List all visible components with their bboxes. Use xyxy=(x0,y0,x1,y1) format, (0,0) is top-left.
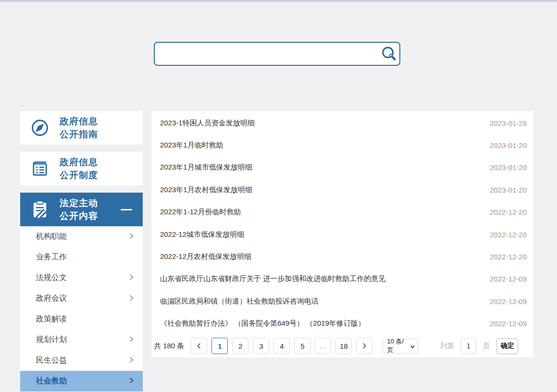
page-button-4[interactable]: 4 xyxy=(273,338,290,354)
sidebar-menu-item-5[interactable]: 规划计划 xyxy=(20,330,143,350)
sidebar-menu-item-0[interactable]: 机构职能 xyxy=(20,226,143,247)
next-page-button[interactable] xyxy=(356,338,372,354)
news-list-item-4[interactable]: 2022年1-12月份临时救助2022-12-20 xyxy=(151,201,533,223)
chevron-right-icon xyxy=(129,356,134,365)
news-date: 2022-12-20 xyxy=(490,208,527,216)
top-accent-bar xyxy=(0,0,557,2)
page-ellipsis: ... xyxy=(315,338,331,354)
sidebar-card-guide[interactable]: 政府信息 公开指南 xyxy=(20,111,143,145)
news-date: 2022-12-20 xyxy=(490,253,527,261)
sidebar-menu-item-4[interactable]: 政策解读 xyxy=(20,309,143,330)
chevron-right-icon xyxy=(129,294,134,303)
goto-page-suffix: 页 xyxy=(483,342,490,351)
sidebar-menu-item-6[interactable]: 民生公益 xyxy=(20,350,143,371)
news-title[interactable]: 2023年1月农村低保发放明细 xyxy=(160,185,480,195)
news-date: 2023-01-28 xyxy=(490,119,527,127)
news-title[interactable]: 2022-12月农村低保发放明细 xyxy=(160,252,480,261)
news-title[interactable]: 临淄区民政局和镇（街道）社会救助投诉咨询电话 xyxy=(160,297,480,306)
menu-item-label: 政策解读 xyxy=(36,314,134,324)
sidebar-menu: 机构职能业务工作法规公文政府会议政策解读规划计划民生公益社会救助 xyxy=(20,226,143,392)
clipboard-pen-icon xyxy=(20,199,60,220)
page-button-3[interactable]: 3 xyxy=(253,338,269,354)
ledger-icon xyxy=(20,158,60,179)
minus-icon[interactable] xyxy=(121,209,132,210)
chevron-right-icon xyxy=(129,233,134,241)
goto-page-prefix: 到第 xyxy=(440,342,454,351)
sidebar: 政府信息 公开指南 政府信息 公开制度 xyxy=(20,111,143,392)
page-size-value: 10 条/页 xyxy=(387,337,409,355)
news-title[interactable]: 2023年1月城市低保发放明细 xyxy=(160,163,480,172)
pagination: 共 180 条 12345...18 10 条/页 到第 页 确定 xyxy=(151,335,533,357)
sidebar-card-rules[interactable]: 政府信息 公开制度 xyxy=(20,152,143,185)
chevron-down-icon xyxy=(410,343,415,351)
news-title[interactable]: 2023年1月临时救助 xyxy=(160,141,480,150)
news-list-item-9[interactable]: 《社会救助暂行办法》 （国务院令第649号） （2019年修订版）2022-12… xyxy=(151,313,533,335)
news-date: 2023-01-20 xyxy=(490,186,527,194)
page-button-1[interactable]: 1 xyxy=(211,338,228,354)
menu-item-label: 机构职能 xyxy=(36,232,129,242)
page-size-select[interactable]: 10 条/页 xyxy=(383,339,418,354)
news-list-item-2[interactable]: 2023年1月城市低保发放明细2023-01-20 xyxy=(151,157,533,179)
news-list-item-7[interactable]: 山东省民政厅山东省财政厅关于 进一步加强和改进临时救助工作的意见2022-12-… xyxy=(151,268,533,290)
sidebar-card-statutory-disclosure[interactable]: 法定主动 公开内容 xyxy=(20,193,143,226)
chevron-right-icon xyxy=(129,377,134,386)
magnifier-icon xyxy=(381,46,397,62)
sidebar-menu-item-2[interactable]: 法规公文 xyxy=(20,268,143,288)
news-list: 2023-1特困人员资金发放明细2023-01-282023年1月临时救助202… xyxy=(151,111,533,335)
sidebar-menu-item-3[interactable]: 政府会议 xyxy=(20,288,143,309)
sidebar-menu-item-1[interactable]: 业务工作 xyxy=(20,247,143,268)
news-list-item-8[interactable]: 临淄区民政局和镇（街道）社会救助投诉咨询电话2022-12-09 xyxy=(151,290,533,312)
menu-item-label: 规划计划 xyxy=(36,335,129,345)
menu-item-label: 民生公益 xyxy=(36,355,129,366)
search-button[interactable] xyxy=(379,44,398,63)
news-list-item-0[interactable]: 2023-1特困人员资金发放明细2023-01-28 xyxy=(151,112,533,134)
goto-page-input[interactable] xyxy=(460,338,476,354)
menu-item-label: 社会救助 xyxy=(36,376,129,386)
sidebar-menu-item-7[interactable]: 社会救助 xyxy=(20,371,143,392)
news-title[interactable]: 2022-12城市低保发放明细 xyxy=(160,230,480,239)
chevron-right-icon xyxy=(129,274,134,282)
news-title[interactable]: 《社会救助暂行办法》 （国务院令第649号） （2019年修订版） xyxy=(160,319,480,328)
news-list-item-5[interactable]: 2022-12城市低保发放明细2022-12-20 xyxy=(151,223,533,245)
chevron-right-icon xyxy=(129,336,134,344)
card-label: 政府信息 公开制度 xyxy=(60,156,98,182)
page-button-2[interactable]: 2 xyxy=(232,338,248,354)
page-button-18[interactable]: 18 xyxy=(335,338,352,354)
menu-item-label: 法规公文 xyxy=(36,273,129,283)
news-date: 2023-01-20 xyxy=(490,163,527,172)
chevron-left-icon xyxy=(196,343,202,349)
prev-page-button[interactable] xyxy=(191,338,207,354)
news-list-item-3[interactable]: 2023年1月农村低保发放明细2023-01-20 xyxy=(151,179,533,201)
total-count-label: 共 180 条 xyxy=(154,342,184,351)
news-title[interactable]: 山东省民政厅山东省财政厅关于 进一步加强和改进临时救助工作的意见 xyxy=(160,274,480,283)
chevron-right-icon xyxy=(361,343,367,349)
confirm-button[interactable]: 确定 xyxy=(496,338,518,354)
menu-item-label: 政府会议 xyxy=(36,294,129,304)
search-input[interactable] xyxy=(155,43,379,65)
card-label: 政府信息 公开指南 xyxy=(60,115,98,141)
news-date: 2022-12-09 xyxy=(490,275,527,283)
news-date: 2022-12-09 xyxy=(490,297,527,306)
content-panel: 2023-1特困人员资金发放明细2023-01-282023年1月临时救助202… xyxy=(151,111,533,357)
news-date: 2022-12-09 xyxy=(490,319,527,328)
menu-item-label: 业务工作 xyxy=(36,252,134,262)
compass-icon xyxy=(20,117,60,138)
page-button-5[interactable]: 5 xyxy=(294,338,310,354)
page-buttons: 12345...18 xyxy=(191,338,372,354)
search-box xyxy=(154,42,400,66)
news-title[interactable]: 2023-1特困人员资金发放明细 xyxy=(160,119,480,128)
news-title[interactable]: 2022年1-12月份临时救助 xyxy=(160,208,480,217)
news-list-item-1[interactable]: 2023年1月临时救助2023-01-20 xyxy=(151,134,533,156)
news-date: 2022-12-20 xyxy=(490,231,527,239)
news-list-item-6[interactable]: 2022-12月农村低保发放明细2022-12-20 xyxy=(151,245,533,268)
news-date: 2023-01-20 xyxy=(490,141,527,149)
card-label: 法定主动 公开内容 xyxy=(60,196,98,222)
